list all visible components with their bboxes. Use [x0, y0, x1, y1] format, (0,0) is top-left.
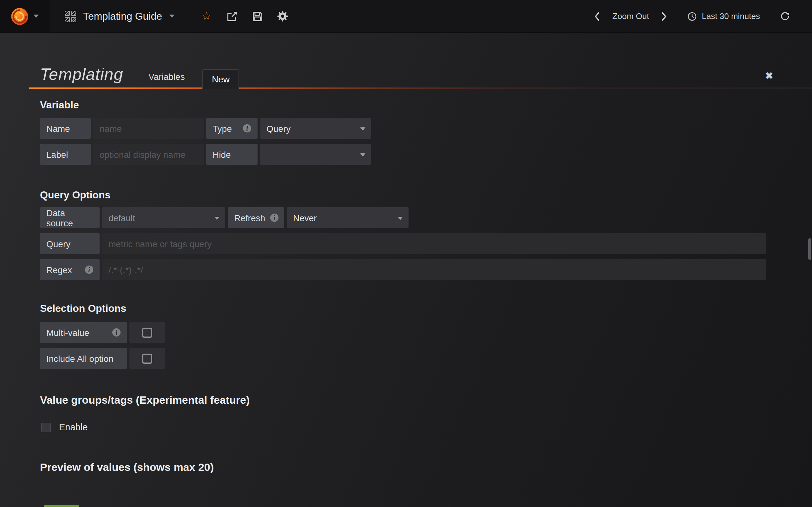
label-label: Label [40, 144, 91, 165]
page-title: Templating [40, 65, 123, 84]
scrollbar-thumb[interactable] [808, 238, 811, 260]
regex-row: Regex i [40, 259, 772, 280]
dashboard-grid-icon [65, 10, 76, 22]
query-input[interactable] [102, 233, 766, 254]
dashboard-picker[interactable]: Templating Guide [49, 0, 190, 32]
datasource-label: Data source [40, 207, 100, 228]
chevron-down-icon [360, 127, 365, 130]
header-accent-line [29, 88, 812, 89]
label-input[interactable] [93, 144, 204, 165]
navbar-actions: ☆ [190, 0, 295, 32]
regex-input[interactable] [102, 259, 766, 280]
time-range-label: Last 30 minutes [702, 11, 760, 21]
name-label: Name [40, 118, 91, 139]
grafana-logo-icon [10, 7, 29, 26]
name-input[interactable] [93, 118, 204, 139]
include-all-checkbox[interactable] [142, 353, 152, 363]
multi-value-label: Multi-value i [40, 322, 127, 343]
enable-row: Enable [40, 422, 772, 432]
clock-icon [687, 11, 697, 21]
dashboard-title: Templating Guide [83, 10, 162, 22]
time-shift-forward-button[interactable] [655, 0, 673, 33]
chevron-down-icon [169, 14, 174, 18]
datasource-row: Data source default Refresh i Never [40, 207, 772, 228]
chevron-down-icon [214, 216, 219, 220]
multi-value-checkbox-wrap [130, 322, 165, 343]
time-range-picker[interactable]: Last 30 minutes [687, 11, 760, 21]
enable-label: Enable [59, 422, 88, 432]
hide-label: Hide [206, 144, 258, 165]
info-icon[interactable]: i [85, 266, 93, 274]
include-all-checkbox-wrap [130, 348, 165, 369]
info-icon[interactable]: i [270, 214, 278, 222]
save-icon [252, 10, 263, 22]
star-dashboard-button[interactable]: ☆ [194, 0, 219, 33]
query-row: Query [40, 233, 772, 254]
templating-form: Variable Name Type i Query Label Hide Qu… [0, 100, 812, 507]
refresh-select[interactable]: Never [287, 207, 409, 228]
section-heading-variable: Variable [40, 100, 772, 111]
section-heading-selection-options: Selection Options [40, 303, 772, 314]
section-heading-value-groups: Value groups/tags (Experimental feature) [40, 394, 772, 407]
info-icon[interactable]: i [112, 328, 120, 337]
variable-name-row: Name Type i Query [40, 118, 772, 139]
close-icon[interactable]: ✖ [765, 71, 773, 81]
type-label: Type i [206, 118, 258, 139]
refresh-dashboard-button[interactable] [780, 11, 791, 21]
chevron-left-icon [594, 10, 601, 22]
type-select[interactable]: Query [260, 118, 371, 139]
timepicker-controls: Zoom Out Last 30 minutes [589, 0, 812, 32]
chevron-down-icon [398, 216, 403, 220]
save-dashboard-button[interactable] [245, 0, 270, 33]
include-all-label: Include All option [40, 348, 127, 369]
info-icon[interactable]: i [243, 124, 251, 132]
refresh-icon [780, 11, 791, 21]
chevron-right-icon [660, 10, 667, 22]
zoom-out-button[interactable]: Zoom Out [612, 11, 649, 21]
add-button[interactable]: Add [44, 505, 80, 507]
grafana-logo-menu[interactable] [0, 0, 49, 32]
grafana-window: Templating Guide ☆ [0, 0, 812, 507]
tab-new[interactable]: New [202, 69, 239, 89]
chevron-down-icon [360, 153, 365, 156]
query-label: Query [40, 233, 100, 254]
gear-icon [276, 10, 289, 22]
enable-checkbox[interactable] [41, 422, 51, 432]
multi-value-checkbox[interactable] [142, 327, 152, 337]
chevron-down-icon [34, 14, 39, 18]
hide-select[interactable] [260, 144, 371, 165]
regex-label: Regex i [40, 259, 100, 280]
refresh-label: Refresh i [228, 207, 284, 228]
multi-value-row: Multi-value i [40, 322, 772, 343]
tab-variables[interactable]: Variables [148, 72, 185, 82]
share-dashboard-button[interactable] [219, 0, 245, 33]
star-icon: ☆ [202, 11, 212, 21]
dashboard-settings-button[interactable] [270, 0, 295, 33]
variable-label-row: Label Hide [40, 144, 772, 165]
section-heading-preview: Preview of values (shows max 20) [40, 461, 772, 474]
include-all-row: Include All option [40, 348, 772, 369]
navbar: Templating Guide ☆ [0, 0, 812, 33]
templating-editor-header: Templating Variables New ✖ [0, 33, 812, 89]
share-icon [226, 10, 238, 22]
datasource-select[interactable]: default [102, 207, 225, 228]
section-heading-query-options: Query Options [40, 189, 772, 201]
time-shift-back-button[interactable] [589, 0, 607, 33]
